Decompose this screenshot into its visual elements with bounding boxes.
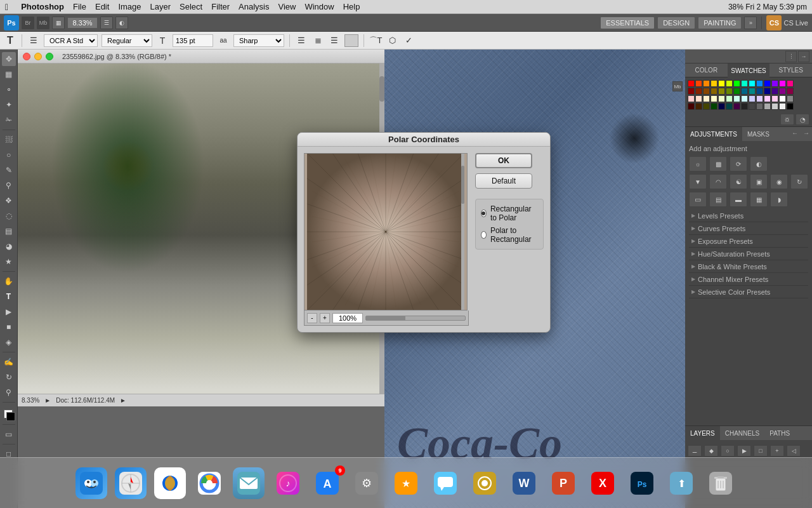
- swatch[interactable]: [710, 88, 717, 95]
- swatch[interactable]: [787, 88, 794, 95]
- swatch[interactable]: [688, 88, 695, 95]
- dock-migration[interactable]: ⬆: [664, 465, 699, 501]
- swatch[interactable]: [703, 88, 710, 95]
- workspace-essentials[interactable]: ESSENTIALS: [600, 17, 655, 29]
- quick-select-tool[interactable]: ✦: [2, 98, 16, 112]
- swatch[interactable]: [710, 95, 717, 102]
- channel-mixer-icon[interactable]: ↻: [790, 174, 808, 189]
- spot-heal-tool[interactable]: ○: [2, 148, 16, 162]
- hue-sat-presets-item[interactable]: ▶ Hue/Saturation Presets: [689, 248, 808, 260]
- polar-to-rect-radio[interactable]: [481, 231, 487, 239]
- swatch[interactable]: [703, 80, 710, 87]
- menu-help[interactable]: Help: [343, 2, 360, 11]
- swatch[interactable]: [718, 80, 725, 87]
- align-center-icon[interactable]: ≣: [311, 34, 324, 47]
- workspace-design[interactable]: DESIGN: [657, 17, 695, 29]
- swatch[interactable]: [779, 103, 786, 110]
- swatch[interactable]: [787, 80, 794, 87]
- swatch-tool-2[interactable]: ◔: [796, 114, 809, 125]
- swatch[interactable]: [688, 103, 695, 110]
- text-color-box[interactable]: [344, 34, 358, 47]
- tab-channels[interactable]: CHANNELS: [720, 426, 764, 440]
- menu-photoshop[interactable]: Photoshop: [21, 2, 64, 11]
- dock-appstore[interactable]: A 9: [310, 465, 345, 501]
- text-orient-icon[interactable]: ☰: [27, 34, 40, 47]
- bridge-icon[interactable]: Br: [22, 17, 34, 29]
- vibrance-icon[interactable]: ▼: [689, 174, 707, 189]
- crop-tool[interactable]: ✁: [2, 113, 16, 127]
- delete-layer-icon[interactable]: ◁: [787, 445, 801, 457]
- swatch[interactable]: [741, 80, 748, 87]
- swatch[interactable]: [726, 88, 733, 95]
- zoom-out-btn[interactable]: -: [307, 313, 317, 323]
- dock-iphoto[interactable]: [467, 465, 502, 501]
- dock-word[interactable]: W: [506, 465, 542, 501]
- tab-styles[interactable]: STYLES: [769, 64, 812, 77]
- rotate-view-tool[interactable]: ↻: [2, 370, 16, 384]
- 3d-tool[interactable]: ◈: [2, 335, 16, 349]
- collapse-icon[interactable]: ⋮: [785, 51, 797, 62]
- eraser-tool[interactable]: ◌: [2, 209, 16, 223]
- rect-to-polar-option[interactable]: Rectangular to Polar: [481, 204, 538, 222]
- aliasing-select[interactable]: Sharp: [233, 34, 284, 47]
- swatch[interactable]: [756, 103, 763, 110]
- menu-edit[interactable]: Edit: [95, 2, 109, 11]
- polar-to-rect-option[interactable]: Polar to Rectangular: [481, 226, 538, 244]
- zoom-tool[interactable]: ⚲: [2, 385, 16, 399]
- swatch[interactable]: [733, 95, 740, 102]
- swatch[interactable]: [741, 95, 748, 102]
- type-tool[interactable]: T: [2, 290, 16, 304]
- swatch[interactable]: [764, 80, 771, 87]
- adjustment-layer-icon[interactable]: ▶: [737, 445, 751, 457]
- bw-presets-item[interactable]: ▶ Black & White Presets: [689, 260, 808, 273]
- move-tool[interactable]: ✥: [2, 52, 16, 66]
- levels-icon[interactable]: ▩: [709, 156, 727, 171]
- swatch[interactable]: [726, 103, 733, 110]
- exposure-presets-item[interactable]: ▶ Exposure Presets: [689, 235, 808, 248]
- swatch[interactable]: [718, 103, 725, 110]
- menu-select[interactable]: Select: [180, 2, 202, 11]
- dock-mail[interactable]: [231, 465, 266, 501]
- threshold-icon[interactable]: ▬: [730, 192, 747, 207]
- swatch-tool-1[interactable]: ⛭: [780, 114, 794, 125]
- path-select-tool[interactable]: ▶: [2, 305, 16, 319]
- swatch[interactable]: [787, 95, 794, 102]
- commit-icon[interactable]: ✓: [402, 34, 415, 47]
- swatch[interactable]: [718, 95, 725, 102]
- swatch[interactable]: [771, 103, 778, 110]
- clone-stamp-tool[interactable]: ⚲: [2, 178, 16, 192]
- posterize-icon[interactable]: ▤: [709, 192, 727, 207]
- swatch[interactable]: [756, 88, 763, 95]
- doc-scroll-right[interactable]: ►: [120, 397, 126, 404]
- menu-analysis[interactable]: Analysis: [239, 2, 269, 11]
- swatch[interactable]: [733, 88, 740, 95]
- lasso-tool[interactable]: ⚬: [2, 83, 16, 97]
- tab-paths[interactable]: PATHS: [764, 426, 795, 440]
- photo-filter-icon[interactable]: ◉: [770, 174, 788, 189]
- swatch[interactable]: [703, 95, 710, 102]
- arrange3-icon[interactable]: ◐: [115, 17, 128, 29]
- tab-masks[interactable]: MASKS: [742, 127, 775, 141]
- dock-finder[interactable]: [74, 465, 109, 501]
- swatch[interactable]: [718, 88, 725, 95]
- swatch[interactable]: [771, 80, 778, 87]
- preview-scroll-thumb[interactable]: [461, 166, 464, 204]
- character-panel-icon[interactable]: ⬡: [386, 34, 398, 47]
- dock-sysprefs[interactable]: ⚙: [349, 465, 384, 501]
- minibr-icon[interactable]: Mb: [37, 17, 49, 29]
- close-button[interactable]: [23, 53, 30, 60]
- swatch[interactable]: [779, 95, 786, 102]
- swatch[interactable]: [779, 80, 786, 87]
- dock-photoshop[interactable]: Ps: [624, 465, 660, 501]
- swatch[interactable]: [741, 88, 748, 95]
- swatch[interactable]: [756, 95, 763, 102]
- bw-icon[interactable]: ▣: [750, 174, 768, 189]
- tab-color[interactable]: COLOR: [685, 64, 728, 77]
- v-scroll-thumb[interactable]: [379, 76, 384, 102]
- swatch[interactable]: [749, 95, 756, 102]
- tab-layers[interactable]: LAYERS: [685, 426, 720, 440]
- layer-style-icon[interactable]: ◆: [704, 445, 718, 457]
- adj-collapse-icon[interactable]: ←: [789, 127, 801, 138]
- preview-scrollbar[interactable]: [461, 153, 464, 311]
- swatch[interactable]: [741, 103, 748, 110]
